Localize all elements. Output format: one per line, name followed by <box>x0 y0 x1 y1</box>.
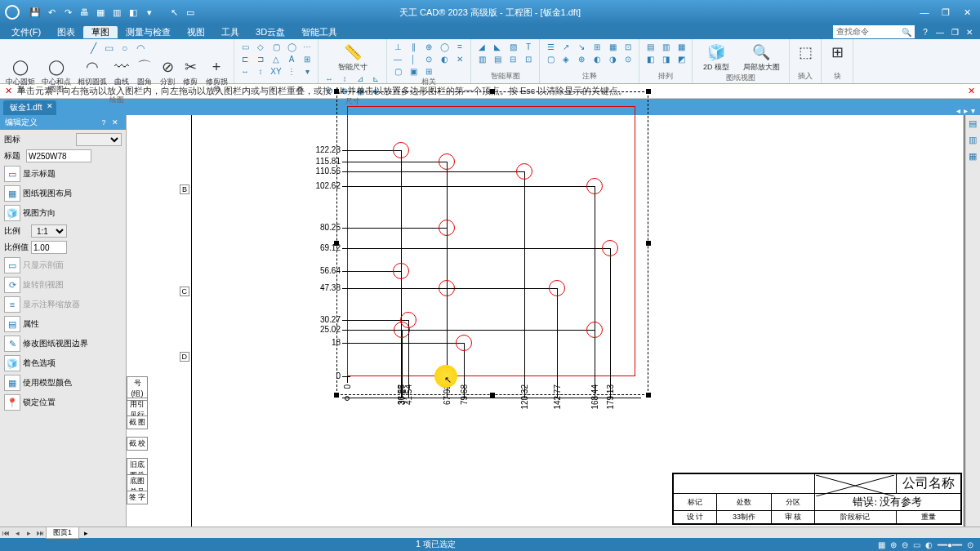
menu-restore-icon[interactable]: ❐ <box>949 28 960 37</box>
an-btn[interactable]: ◈ <box>559 53 573 64</box>
an-btn[interactable]: ↘ <box>574 41 589 52</box>
m3-btn[interactable]: ⊟ <box>506 53 520 64</box>
panel-title-input[interactable] <box>26 149 91 162</box>
block-button[interactable]: ⊞ <box>825 41 849 64</box>
nav-dd-icon[interactable]: ▾ <box>971 106 975 115</box>
status-icon[interactable]: ⊕ <box>890 540 897 549</box>
nav-right-icon[interactable]: ▸ <box>964 106 968 115</box>
panel-row-viewdir[interactable]: 🧊视图方向 <box>2 204 123 222</box>
ar-btn[interactable]: ▥ <box>658 41 673 52</box>
rel-btn[interactable]: ⊙ <box>421 53 436 64</box>
qat-undo-icon[interactable]: ↶ <box>44 5 59 20</box>
misc-btn[interactable]: ⋯ <box>300 41 314 52</box>
2d-model-button[interactable]: 🧊2D 模型 <box>696 41 737 73</box>
line-tool-icon[interactable]: ╱ <box>87 41 101 56</box>
misc-btn[interactable]: ⊏ <box>238 53 252 64</box>
panel-close-icon[interactable]: ✕ <box>109 118 121 127</box>
sheet-tab-1[interactable]: 图页1 <box>46 527 79 539</box>
an-btn[interactable]: ↗ <box>559 41 573 52</box>
menu-file[interactable]: 文件(F) <box>3 26 49 38</box>
m3-btn[interactable]: ▨ <box>506 41 520 52</box>
m3-btn[interactable]: ◣ <box>490 41 505 52</box>
sheet-next-icon[interactable]: ▸ <box>23 529 34 537</box>
qat-text-icon[interactable]: ▭ <box>183 5 198 20</box>
an-btn[interactable]: ⊞ <box>590 41 604 52</box>
rel-btn[interactable]: ⊞ <box>421 65 436 77</box>
panel-row-layout[interactable]: ▦图纸视图布局 <box>2 184 123 202</box>
ar-btn[interactable]: ▤ <box>643 41 657 52</box>
rel-btn[interactable]: — <box>390 53 405 64</box>
an-btn[interactable]: ◑ <box>605 53 620 64</box>
zoom-detail-button[interactable]: 🔍局部放大图 <box>737 41 786 73</box>
prompt-x2-icon[interactable]: ✕ <box>968 86 975 96</box>
menu-min-icon[interactable]: — <box>934 28 946 37</box>
ar-btn[interactable]: ▦ <box>674 41 688 52</box>
dim-btn[interactable]: ↔ <box>322 73 336 84</box>
misc-btn[interactable]: ⊐ <box>253 53 268 64</box>
qat-pointer-icon[interactable]: ↖ <box>167 5 181 20</box>
misc-btn[interactable]: ↔ <box>238 65 252 77</box>
maximize-button[interactable]: ❐ <box>938 7 954 18</box>
rel-btn[interactable]: ∥ <box>406 41 421 52</box>
sheet-add-icon[interactable]: ▸ <box>79 529 93 537</box>
m3-btn[interactable]: ▥ <box>474 53 489 64</box>
menu-sketch[interactable]: 草图 <box>83 26 118 38</box>
misc-btn[interactable]: ◯ <box>284 41 299 52</box>
panel-help-icon[interactable]: ? <box>98 118 109 127</box>
minimize-button[interactable]: — <box>916 7 933 18</box>
smart-dim-button[interactable]: 📏智能尺寸 <box>336 41 370 73</box>
qat-print-icon[interactable]: 🖶 <box>77 5 91 20</box>
panel-row-shade[interactable]: 🧊着色选项 <box>2 354 123 372</box>
an-btn[interactable]: ⊙ <box>621 53 635 64</box>
ar-btn[interactable]: ◨ <box>658 53 673 64</box>
misc-btn[interactable]: ▢ <box>269 41 283 52</box>
arc-tool-icon[interactable]: ◠ <box>133 41 148 56</box>
ar-btn[interactable]: ◩ <box>674 53 688 64</box>
rel-btn[interactable]: │ <box>406 53 421 64</box>
rel-btn[interactable]: ⊥ <box>390 41 405 52</box>
panel-row-modify[interactable]: ✎修改图纸视图边界 <box>2 335 123 353</box>
misc-btn[interactable]: ◇ <box>253 41 268 52</box>
an-btn[interactable]: ☰ <box>543 41 558 52</box>
rel-btn[interactable]: ▣ <box>406 65 421 77</box>
dim-btn[interactable]: ⊾ <box>368 73 383 84</box>
circle-tool-icon[interactable]: ○ <box>118 41 132 56</box>
misc-btn[interactable]: ⊞ <box>300 53 314 64</box>
an-btn[interactable]: ◐ <box>590 53 604 64</box>
qat-btn8-icon[interactable]: ▾ <box>142 5 157 20</box>
sheet-first-icon[interactable]: ⏮ <box>0 529 11 537</box>
misc-btn[interactable]: ▭ <box>238 41 252 52</box>
rel-btn[interactable]: ◐ <box>437 53 452 64</box>
drawing-canvas[interactable]: 01825.0230.2747.3856.6469.1280.25102.621… <box>192 115 964 527</box>
panel-scaleval-input[interactable] <box>31 241 67 254</box>
status-zoom-slider[interactable]: ━━●━━ <box>938 540 962 549</box>
menu-view[interactable]: 视图 <box>179 26 213 38</box>
panel-row-props[interactable]: ▤属性 <box>2 315 123 333</box>
misc-btn[interactable]: XY <box>269 65 283 77</box>
panel-scale-select[interactable]: 1:1 <box>31 224 67 238</box>
panel-row-modelcolor[interactable]: ▦使用模型颜色 <box>2 374 123 392</box>
command-search-input[interactable]: 查找命令 🔍 <box>833 25 915 38</box>
m3-btn[interactable]: T <box>521 41 536 52</box>
doc-tab-active[interactable]: 钣金1.dft ✕ <box>3 100 56 115</box>
help-icon[interactable]: ? <box>920 28 931 37</box>
rel-btn[interactable]: ⊕ <box>421 41 436 52</box>
dock-btn3-icon[interactable]: ▦ <box>966 151 979 164</box>
status-icon[interactable]: ▭ <box>913 540 920 549</box>
status-icon[interactable]: ⊙ <box>967 540 973 549</box>
rect-tool-icon[interactable]: ▭ <box>102 41 117 56</box>
sheet-last-icon[interactable]: ⏭ <box>34 529 46 537</box>
panel-row-showtitle[interactable]: ▭显示标题 <box>2 165 123 183</box>
menu-measure[interactable]: 测量与检查 <box>118 26 179 38</box>
doc-tab-close-icon[interactable]: ✕ <box>47 102 53 110</box>
dim-btn[interactable]: ⊿ <box>353 73 368 84</box>
m3-btn[interactable]: ▤ <box>490 53 505 64</box>
ar-btn[interactable]: ◧ <box>643 53 657 64</box>
dock-btn2-icon[interactable]: ▥ <box>966 135 979 148</box>
status-icon[interactable]: ▦ <box>878 540 885 549</box>
rel-btn[interactable]: ◯ <box>437 41 452 52</box>
misc-btn[interactable]: ⋮ <box>284 65 299 77</box>
misc-btn[interactable]: ▾ <box>300 65 314 77</box>
sheet-prev-icon[interactable]: ◂ <box>11 529 23 537</box>
menu-close-icon[interactable]: ✕ <box>964 28 975 37</box>
